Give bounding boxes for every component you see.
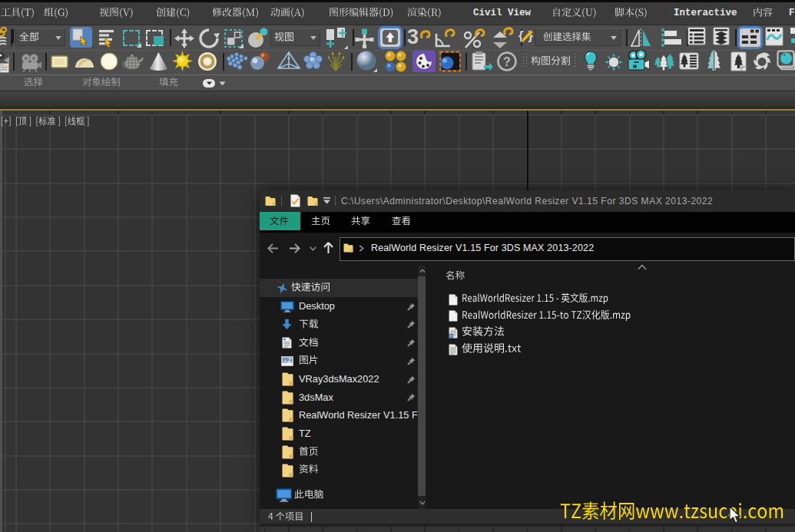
svg-text:?: ? [503,55,511,68]
